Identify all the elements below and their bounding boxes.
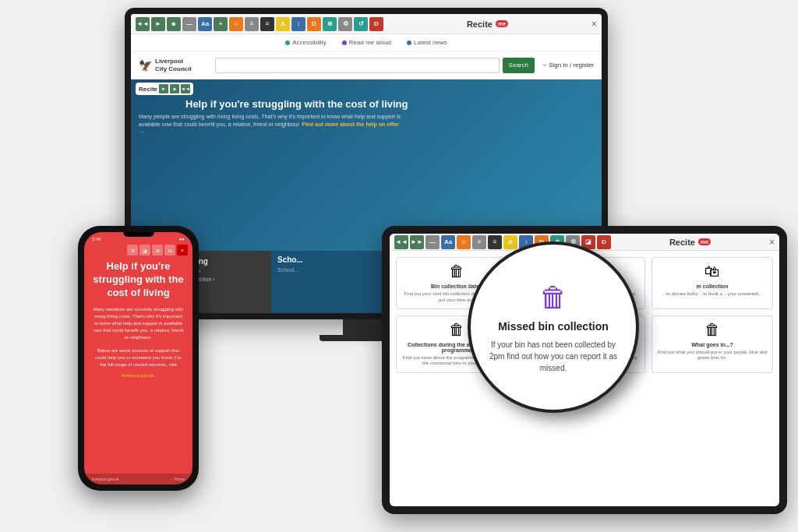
- phone-bottom-right: ← Home: [169, 477, 185, 481]
- magnifier-glass: 🗑 Missed bin collection If your bin has …: [468, 241, 639, 413]
- recite-btn-d-red[interactable]: D: [369, 17, 383, 31]
- recite-mini-logo: Recite: [139, 86, 157, 93]
- tablet-recite-btn-a[interactable]: A: [503, 235, 517, 249]
- magnifier-text: If your bin has not been collected by 2p…: [486, 339, 620, 374]
- logo-text: Liverpool City Council: [155, 58, 192, 72]
- logo-bird-icon: 🦅: [139, 59, 152, 72]
- phone-frame: 5:48 ●● ⚙ ◪ ⊞ ⊟ × Help if you're struggl…: [78, 226, 199, 491]
- service-card-what-goes-in[interactable]: 🗑 What goes in...? Find out what you sho…: [651, 315, 773, 373]
- tablet-recite-text: Recite: [669, 238, 695, 247]
- magnifier-content: 🗑 Missed bin collection If your bin has …: [471, 245, 636, 410]
- search-button[interactable]: Search: [503, 58, 535, 73]
- tablet-recite-close[interactable]: ×: [769, 237, 775, 248]
- phone-time: 5:48: [92, 237, 101, 241]
- recite-logo-badge: me: [496, 20, 508, 27]
- phone-hero-body: Many residents are currently struggling …: [84, 303, 192, 344]
- collection-icon: 🛍: [657, 262, 768, 280]
- service-card-collection[interactable]: 🛍 m collection ...to donate bulky ...to …: [651, 257, 773, 309]
- recite-btn-stop[interactable]: ■: [167, 17, 181, 31]
- phone-icon-1[interactable]: ⚙: [127, 245, 138, 255]
- recite-btn-lines1[interactable]: ≡: [245, 17, 259, 31]
- logo-line2: City Council: [155, 65, 192, 73]
- recite-mini-back[interactable]: ◄◄: [181, 84, 190, 93]
- phone-icon-2[interactable]: ◪: [139, 245, 150, 255]
- search-bar: Search: [215, 58, 535, 73]
- what-goes-title: What goes in...?: [657, 342, 768, 347]
- read-me-aloud-link[interactable]: Read me aloud: [342, 39, 391, 46]
- hero-banner: Recite ► ■ ◄◄ Help if you're struggling …: [131, 79, 602, 251]
- phone-hero-title: Help if you're struggling with the cost …: [84, 257, 192, 303]
- top-navigation: Accessibility Read me aloud Latest news: [131, 34, 602, 51]
- phone-hero-body2: Below are some sources of support that c…: [84, 344, 192, 372]
- latest-news-link[interactable]: Latest news: [407, 39, 447, 46]
- recite-btn-a-yellow[interactable]: A: [276, 17, 290, 31]
- signin-link[interactable]: → Sign in / register: [541, 62, 594, 69]
- tablet-recite-badge: me: [698, 238, 711, 245]
- council-logo[interactable]: 🦅 Liverpool City Council: [139, 58, 209, 72]
- phone-screen: 5:48 ●● ⚙ ◪ ⊞ ⊟ × Help if you're struggl…: [84, 232, 192, 484]
- recite-logo-text: Recite: [467, 19, 493, 29]
- recite-tools: ◄◄ ► ■ — Aa + ☺ ≡ ≡ A ↕ D ⊕ ⚙ ↺ D: [136, 17, 383, 31]
- recite-btn-refresh[interactable]: ↺: [354, 17, 368, 31]
- recite-btn-gear[interactable]: ⚙: [338, 17, 352, 31]
- phone-close-btn[interactable]: ×: [177, 245, 188, 255]
- tablet-recite-btn-face[interactable]: ☺: [457, 235, 471, 249]
- tablet-recite-btn-lines1[interactable]: ≡: [472, 235, 486, 249]
- hero-body: Many people are struggling with rising l…: [139, 113, 404, 136]
- phone-notch: [123, 232, 154, 237]
- tablet-recite-btn-lines2[interactable]: ≡: [488, 235, 502, 249]
- recite-btn-d-orange[interactable]: D: [307, 17, 321, 31]
- recite-close-btn[interactable]: ×: [591, 19, 597, 30]
- collection-title: m collection: [657, 284, 768, 289]
- logo-line1: Liverpool: [155, 58, 192, 65]
- collection-desc: ...to donate bulky ...to book a ...your …: [657, 291, 768, 298]
- tablet-recite-btn-rewind[interactable]: ◄◄: [394, 235, 408, 249]
- recite-btn-zoom[interactable]: ⊕: [323, 17, 337, 31]
- recite-logo: Recite me: [467, 19, 508, 29]
- mobile-phone: 5:48 ●● ⚙ ◪ ⊞ ⊟ × Help if you're struggl…: [78, 226, 199, 491]
- accessibility-link[interactable]: Accessibility: [285, 39, 327, 46]
- phone-link[interactable]: liverpool.gov.uk.: [84, 372, 192, 379]
- read-me-label: Read me aloud: [349, 39, 391, 46]
- phone-bottom-bar: liverpool.gov.uk ← Home: [84, 474, 192, 484]
- recite-btn-lines2[interactable]: ≡: [260, 17, 274, 31]
- recite-btn-dash[interactable]: —: [182, 17, 196, 31]
- phone-top-icons: ⚙ ◪ ⊞ ⊟ ×: [84, 243, 192, 257]
- recite-btn-rewind[interactable]: ◄◄: [136, 17, 150, 31]
- site-header: 🦅 Liverpool City Council Search → Sign i…: [131, 51, 602, 79]
- recite-btn-plus[interactable]: +: [214, 17, 228, 31]
- magnifier-title: Missed bin collection: [498, 320, 609, 333]
- recite-btn-aa[interactable]: Aa: [198, 17, 212, 31]
- hero-title: Help if you're struggling with the cost …: [185, 98, 594, 110]
- accessibility-icon: [285, 41, 290, 45]
- accessibility-label: Accessibility: [292, 39, 327, 46]
- what-goes-icon: 🗑: [657, 321, 768, 339]
- phone-signal: ●●: [179, 237, 185, 241]
- recite-btn-face[interactable]: ☺: [229, 17, 243, 31]
- recite-mini-widget[interactable]: Recite ► ■ ◄◄: [136, 83, 193, 95]
- read-me-icon: [342, 41, 347, 45]
- tablet-recite-logo: Recite me: [669, 238, 711, 247]
- recite-toolbar: ◄◄ ► ■ — Aa + ☺ ≡ ≡ A ↕ D ⊕ ⚙ ↺ D: [131, 14, 602, 34]
- recite-mini-stop[interactable]: ■: [170, 84, 179, 93]
- tablet-recite-btn-red2[interactable]: D: [597, 235, 611, 249]
- phone-bottom-left: liverpool.gov.uk: [92, 477, 118, 481]
- phone-icon-3[interactable]: ⊞: [152, 245, 163, 255]
- tablet-recite-btn-aa[interactable]: Aa: [441, 235, 455, 249]
- latest-news-label: Latest news: [414, 39, 447, 46]
- recite-btn-translate[interactable]: ↕: [291, 17, 305, 31]
- what-goes-desc: Find out what you should put in your pur…: [657, 350, 768, 362]
- recite-mini-play[interactable]: ►: [159, 84, 168, 93]
- phone-icon-4[interactable]: ⊟: [164, 245, 175, 255]
- tablet-recite-btn-dash[interactable]: —: [425, 235, 440, 249]
- magnifier-bin-icon: 🗑: [539, 281, 567, 314]
- search-input[interactable]: [215, 58, 500, 73]
- tablet-recite-btn-ff[interactable]: ►►: [410, 235, 424, 249]
- latest-news-icon: [407, 41, 411, 45]
- recite-btn-play[interactable]: ►: [151, 17, 165, 31]
